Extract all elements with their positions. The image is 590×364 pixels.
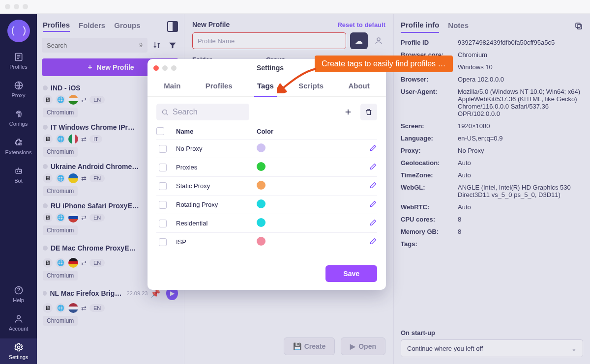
engine-badge: Chromium [43,147,78,157]
flag-icon [68,134,78,144]
tag-color-swatch [257,237,266,246]
search-count: 9 [139,42,143,49]
tab-groups[interactable]: Groups [114,21,140,31]
os-icon: 🖥 [43,134,53,144]
svg-rect-9 [577,25,582,29]
settings-modal: Settings Main Profiles Tags Scripts Abou… [148,59,386,290]
edit-tag-button[interactable] [369,163,377,172]
modal-tab-main[interactable]: Main [161,77,183,96]
tags-search-input[interactable]: Search [156,104,249,120]
edit-icon [369,181,377,189]
sync-icon: ⇄ [81,96,87,104]
open-label: Open [358,342,376,350]
edit-tag-button[interactable] [369,219,377,228]
select-all-checkbox[interactable] [156,127,164,135]
os-icon: 🖥 [43,173,53,183]
info-value: No Proxy [458,147,583,154]
edit-tag-button[interactable] [369,144,377,154]
profile-name-input[interactable]: Profile Name [192,32,346,49]
tag-checkbox[interactable] [159,201,167,209]
edit-tag-button[interactable] [369,237,377,247]
tab-profile-info[interactable]: Profile info [401,21,439,33]
info-key: Proxy: [401,147,454,154]
modal-tab-profiles[interactable]: Profiles [203,77,236,96]
nav-proxy[interactable]: Proxy [0,77,37,102]
open-button[interactable]: ▶Open [341,337,385,355]
copy-icon[interactable] [574,22,583,32]
tag-color-swatch [257,181,266,190]
status-icon [43,203,48,208]
add-tag-button[interactable] [340,104,356,120]
nav-settings[interactable]: Settings [0,338,37,364]
tab-notes[interactable]: Notes [448,21,469,32]
sort-icon[interactable] [150,39,163,52]
modal-tab-about[interactable]: About [345,77,372,96]
modal-tab-tags[interactable]: Tags [254,77,277,97]
filter-icon[interactable] [166,39,179,52]
lang-badge: EN [89,174,105,182]
tag-name: Static Proxy [176,182,250,190]
info-value: 939274982439fdfb0fa50cff95a5c5 [458,39,583,46]
nav-help[interactable]: Help [0,281,37,307]
plus-icon [344,108,353,116]
edit-tag-button[interactable] [369,181,377,191]
nav-extensions[interactable]: Extensions [0,134,37,159]
status-icon [43,85,48,90]
user-icon [14,314,24,324]
edit-tag-button[interactable] [369,200,377,210]
trash-icon [365,108,373,116]
info-value: Opera 102.0.0.0 [458,76,583,83]
tutorial-callout: Create tags to easily find profiles … [315,56,453,72]
profiles-search-input[interactable]: Search 9 [42,38,148,53]
tag-checkbox[interactable] [159,220,167,227]
status-icon [43,291,47,296]
gear-icon [14,342,24,352]
nav-bot[interactable]: Bot [0,162,37,188]
new-profile-label: New Profile [96,63,134,71]
nav-label: Settings [9,354,29,360]
create-button[interactable]: 💾Create [284,337,335,355]
traffic-light-icon [23,4,28,9]
info-key: Geolocation: [401,159,454,167]
tag-checkbox[interactable] [159,238,167,246]
browser-icon: 🌐 [56,173,65,183]
lang-badge: EN [89,96,105,104]
tags-table-header: Name Color [156,127,377,135]
tag-checkbox[interactable] [159,182,167,190]
close-icon[interactable] [153,65,159,71]
profile-name: Ukraine Android Chrome P… [51,163,139,170]
cloud-icon: ☁ [355,36,363,46]
engine-badge: Chromium [43,271,78,280]
nav-configs[interactable]: Configs [0,105,37,131]
tag-checkbox[interactable] [159,164,167,171]
profile-date: 22.09.23 [127,290,148,296]
profile-user-button[interactable] [372,34,385,48]
svg-point-3 [17,171,18,172]
save-button[interactable]: Save [325,265,377,282]
fingerprint-icon [14,109,24,119]
nav-label: Account [9,326,29,332]
nav-profiles[interactable]: Profiles [0,48,37,74]
minimize-icon[interactable] [162,65,168,71]
layout-toggle-icon[interactable] [167,21,178,32]
tag-checkbox[interactable] [159,145,167,153]
edit-icon [369,237,377,245]
os-icon: 🖥 [43,95,53,105]
cloud-sync-button[interactable]: ☁ [350,32,368,49]
lang-badge: EN [89,304,105,312]
startup-label: On start-up [401,329,583,336]
engine-badge: Chromium [43,186,78,196]
reset-to-default-link[interactable]: Reset to default [337,21,385,28]
nav-account[interactable]: Account [0,310,37,336]
lang-badge: IT [89,135,102,143]
startup-select[interactable]: Continue where you left off ⌄ [401,339,583,357]
profile-card[interactable]: NL Mac Firefox Bright D… 22.09.23📌 ▶ 🖥 🌐… [42,283,179,329]
delete-tag-button[interactable] [360,104,377,120]
maximize-icon[interactable] [171,65,177,71]
flag-icon [68,95,78,105]
nav-label: Profiles [9,64,28,70]
help-icon [14,285,24,295]
tab-folders[interactable]: Folders [79,21,105,31]
tab-profiles[interactable]: Profiles [43,21,70,32]
tag-color-swatch [257,143,266,152]
